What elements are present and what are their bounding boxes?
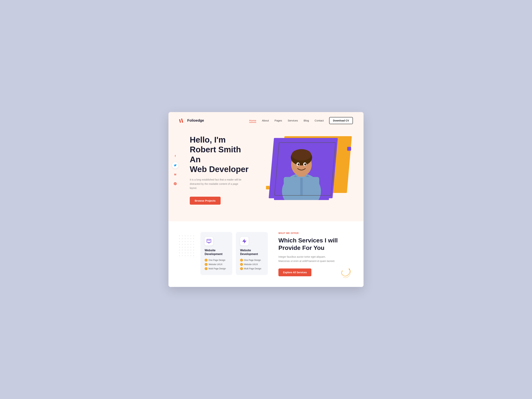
- nav-link-about[interactable]: About: [262, 119, 269, 122]
- check-icon-4: ✓: [240, 259, 243, 262]
- hero-name: Robert Smith An: [190, 145, 241, 164]
- dot: [182, 235, 183, 236]
- browse-projects-button[interactable]: Browse Projects: [190, 197, 221, 205]
- dot: [193, 244, 194, 245]
- brand-name: Folioedge: [187, 119, 204, 122]
- logo[interactable]: Folioedge: [179, 117, 204, 124]
- dot: [188, 247, 188, 247]
- services-section: // Generate dots inline via JS Websit: [168, 221, 364, 287]
- dot: [190, 253, 191, 253]
- dot: [179, 235, 180, 236]
- dot: [188, 235, 188, 236]
- nav-item-contact[interactable]: Contact: [315, 119, 324, 122]
- dot-grid-decoration: // Generate dots inline via JS: [179, 235, 195, 257]
- dot: [179, 253, 180, 253]
- nav-item-services[interactable]: Services: [288, 119, 298, 122]
- service-card-2-title: Website Development: [240, 249, 264, 256]
- hero-body: f M Hello, I'm Robert Smith An: [179, 129, 353, 211]
- pinterest-icon[interactable]: [172, 181, 178, 187]
- dot: [193, 241, 194, 242]
- dot: [193, 247, 194, 247]
- nav-item-blog[interactable]: Blog: [304, 119, 309, 122]
- dot: [193, 250, 194, 250]
- service-card-1: Website Development ✓ One Page Design ✓ …: [200, 232, 232, 275]
- nav-link-home[interactable]: Home: [249, 119, 256, 123]
- deco-swirl: [339, 266, 353, 280]
- dot: [185, 241, 185, 242]
- dot: [182, 255, 183, 256]
- explore-services-button[interactable]: Explore All Services: [279, 268, 311, 276]
- dot: [185, 235, 185, 236]
- svg-rect-14: [207, 239, 211, 242]
- deco-purple-small: [347, 147, 351, 151]
- dot: [185, 244, 185, 245]
- dot: [188, 255, 188, 256]
- hero-title: Hello, I'm Robert Smith An Web Developer: [190, 135, 252, 174]
- service-card-2-item-2: ✓ Website UI/UX: [240, 263, 264, 266]
- dot: [193, 235, 194, 236]
- svg-rect-0: [179, 119, 181, 123]
- dot: [182, 250, 183, 250]
- service-card-1-list: ✓ One Page Design ✓ Website UI/UX ✓ Mult…: [205, 259, 228, 270]
- dot: [190, 244, 191, 245]
- services-title-line1: Which Services I will: [279, 237, 338, 244]
- facebook-icon[interactable]: f: [172, 153, 178, 159]
- hero-image-area: [262, 133, 353, 207]
- social-sidebar: f M: [172, 153, 178, 187]
- dot: [193, 238, 194, 239]
- service-cards-container: Website Development ✓ One Page Design ✓ …: [200, 232, 268, 275]
- dot: [182, 244, 183, 245]
- nav-item-about[interactable]: About: [262, 119, 269, 122]
- service-card-1-item-3: ✓ Multi Page Design: [205, 267, 228, 270]
- hero-role: Web Developer: [190, 165, 248, 174]
- hero-subtitle: It is a long established fact that a rea…: [190, 178, 243, 190]
- twitter-icon[interactable]: [172, 162, 178, 168]
- services-description: Integer faucibus auctor tortor eget aliq…: [279, 255, 335, 263]
- deco-yellow-small: [266, 186, 270, 189]
- nav-link-contact[interactable]: Contact: [315, 119, 324, 122]
- dot: [190, 235, 191, 236]
- dot: [179, 247, 180, 247]
- dot: [190, 238, 191, 239]
- hero-text: Hello, I'm Robert Smith An Web Developer…: [179, 135, 252, 205]
- check-icon-5: ✓: [240, 263, 243, 266]
- dot: [185, 253, 185, 253]
- medium-icon[interactable]: M: [172, 171, 178, 178]
- logo-icon: [179, 117, 185, 124]
- dot: [193, 253, 194, 253]
- dot: [182, 253, 183, 253]
- nav-item-home[interactable]: Home: [249, 119, 256, 122]
- svg-point-20: [349, 269, 350, 270]
- dot: [179, 255, 180, 256]
- dot: [188, 253, 188, 253]
- nav-links: Home About Pages Services Blog Contact: [249, 119, 324, 122]
- dot: [190, 247, 191, 247]
- dot: [179, 238, 180, 239]
- svg-point-21: [342, 271, 343, 271]
- page-wrapper: Folioedge Home About Pages Services Blog: [168, 112, 364, 287]
- hero-section: Folioedge Home About Pages Services Blog: [168, 112, 364, 221]
- service-card-2-icon: [240, 237, 249, 245]
- dot: [182, 238, 183, 239]
- dot: [185, 238, 185, 239]
- service-card-1-item-2: ✓ Website UI/UX: [205, 263, 228, 266]
- nav-link-blog[interactable]: Blog: [304, 119, 309, 122]
- services-title-line2: Provide For You: [279, 244, 324, 251]
- service-card-2-list: ✓ One Page Design ✓ Website UI/UX ✓ Mult…: [240, 259, 264, 270]
- services-section-label: WHAT WE OFFER: [279, 232, 353, 234]
- outline-shape: [274, 142, 336, 196]
- nav-link-pages[interactable]: Pages: [274, 119, 282, 122]
- svg-rect-17: [208, 240, 209, 241]
- check-icon-6: ✓: [240, 267, 243, 270]
- dot: [188, 238, 188, 239]
- download-cv-button[interactable]: Download CV: [329, 117, 353, 124]
- nav-item-pages[interactable]: Pages: [274, 119, 282, 122]
- dot: [190, 241, 191, 242]
- service-card-2-item-1: ✓ One Page Design: [240, 259, 264, 262]
- dot: [188, 241, 188, 242]
- service-card-1-title: Website Development: [205, 249, 228, 256]
- nav-link-services[interactable]: Services: [288, 119, 298, 122]
- dot: [193, 255, 194, 256]
- service-card-2-item-3: ✓ Multi Page Design: [240, 267, 264, 270]
- dot: [190, 255, 191, 256]
